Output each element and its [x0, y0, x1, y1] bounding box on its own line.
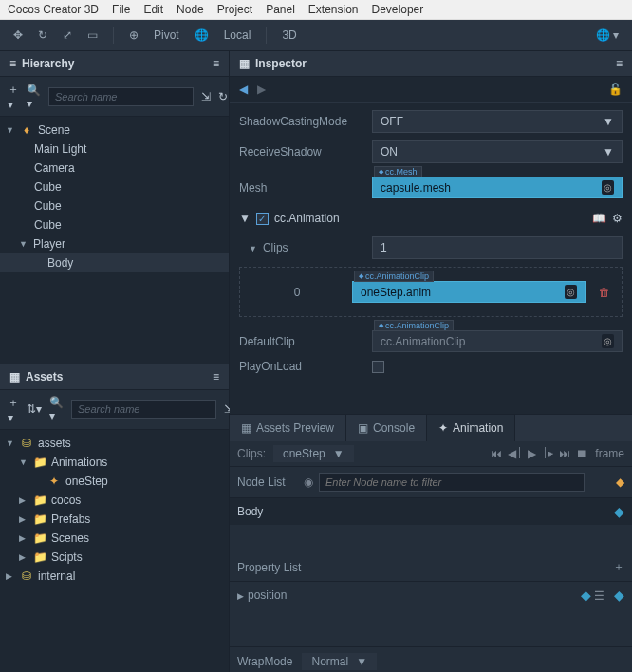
tree-label: internal — [38, 569, 75, 583]
pivot-icon[interactable]: ⊕ — [125, 25, 142, 46]
add-icon[interactable]: ＋▾ — [8, 395, 19, 424]
tab-console[interactable]: ▣Console — [346, 415, 427, 441]
sort-icon[interactable]: ⇅▾ — [27, 402, 42, 416]
node-filter-input[interactable] — [319, 473, 585, 492]
tree-label: Body — [47, 256, 73, 270]
chevron-down-icon: ▼ — [333, 447, 344, 460]
animation-icon: ✦ — [438, 421, 448, 435]
menu-icon[interactable]: ≡ — [213, 370, 219, 383]
target-icon[interactable]: ◎ — [602, 334, 614, 348]
tree-item-scene[interactable]: ▼♦Scene — [0, 121, 229, 140]
tree-item-folder[interactable]: ▼📁Animations — [0, 453, 229, 472]
tree-item[interactable]: Cube — [0, 215, 229, 234]
inspector-header: ▦Inspector ≡ — [230, 51, 632, 77]
tree-item[interactable]: Cube — [0, 177, 229, 196]
tree-item-body[interactable]: Body — [0, 253, 229, 272]
keyframe-icon[interactable]: ◆ — [614, 588, 624, 603]
menu-panel[interactable]: Panel — [266, 3, 295, 16]
gear-icon[interactable]: ⚙ — [612, 212, 623, 225]
target-icon[interactable]: ◎ — [602, 180, 614, 195]
nav-back-icon[interactable]: ◀ — [239, 83, 248, 96]
tree-item-player[interactable]: ▼Player — [0, 234, 229, 253]
move-tool-icon[interactable]: ✥ — [9, 25, 27, 46]
next-frame-icon[interactable]: ⏐▶ — [542, 447, 553, 460]
tree-item[interactable]: Cube — [0, 196, 229, 215]
tree-item-folder[interactable]: ▶📁Scenes — [0, 529, 229, 548]
keyframe-icon[interactable]: ◆ — [581, 588, 591, 603]
tree-item[interactable]: Main Light — [0, 140, 229, 159]
tree-label: Scenes — [51, 532, 89, 545]
clip-field[interactable]: oneStep.anim◎ — [352, 281, 586, 303]
component-header[interactable]: ▼ cc.Animation 📖 ⚙ — [239, 206, 623, 231]
play-on-load-checkbox[interactable] — [372, 361, 384, 373]
trash-icon[interactable]: 🗑 — [597, 284, 612, 301]
clip-name: oneStep — [283, 447, 325, 460]
mesh-field[interactable]: capsule.mesh◎ — [372, 177, 623, 198]
tab-animation[interactable]: ✦Animation — [427, 415, 515, 441]
menu-app[interactable]: Cocos Creator 3D — [8, 3, 99, 16]
menu-edit[interactable]: Edit — [143, 3, 163, 16]
hierarchy-header: ≡Hierarchy ≡ — [0, 51, 229, 77]
scale-tool-icon[interactable]: ⤢ — [59, 25, 76, 46]
tree-item-assets[interactable]: ▼⛁assets — [0, 434, 229, 453]
rewind-start-icon[interactable]: ⏮ — [491, 447, 502, 460]
tree-item-folder[interactable]: ▶📁Scipts — [0, 548, 229, 567]
default-clip-field[interactable]: cc.AnimationClip◎ — [372, 330, 623, 352]
frame-label: frame — [595, 447, 624, 460]
clips-count-input[interactable]: 1 — [372, 236, 623, 259]
menu-icon[interactable]: ≡ — [616, 57, 623, 70]
play-icon[interactable]: ▶ — [528, 447, 536, 460]
tree-item-folder[interactable]: ▶📁Prefabs — [0, 510, 229, 529]
tree-item-folder[interactable]: ▶📁cocos — [0, 491, 229, 510]
local-button[interactable]: Local — [220, 25, 255, 46]
view-3d-button[interactable]: 3D — [278, 25, 300, 46]
eye-icon[interactable]: ◉ — [304, 476, 313, 489]
tree-item[interactable]: Camera — [0, 159, 229, 177]
inspector-icon: ▦ — [239, 57, 250, 70]
rotate-tool-icon[interactable]: ↻ — [34, 25, 51, 46]
stop-icon[interactable]: ⏹ — [576, 447, 587, 460]
globe-icon[interactable]: 🌐 ▾ — [592, 25, 623, 46]
tab-preview[interactable]: ▦Assets Preview — [230, 415, 346, 441]
refresh-icon[interactable]: ↻ — [218, 90, 228, 103]
menu-file[interactable]: File — [112, 3, 130, 16]
wrapmode-dropdown[interactable]: Normal▼ — [302, 653, 377, 670]
pivot-button[interactable]: Pivot — [150, 25, 183, 46]
menu-icon[interactable]: ☰ — [594, 589, 604, 603]
property-position-row[interactable]: ▶position ◆ ☰ ◆ — [230, 582, 632, 608]
search-icon[interactable]: 🔍▾ — [27, 84, 41, 110]
menu-project[interactable]: Project — [217, 3, 252, 16]
tree-label: Prefabs — [51, 513, 90, 526]
local-icon[interactable]: 🌐 — [191, 25, 213, 46]
tree-item-internal[interactable]: ▶⛁internal — [0, 567, 229, 586]
tree-label: Cube — [34, 199, 62, 213]
menu-extension[interactable]: Extension — [308, 3, 359, 16]
book-icon[interactable]: 📖 — [592, 212, 606, 225]
add-icon[interactable]: ＋▾ — [8, 82, 19, 111]
menu-developer[interactable]: Developer — [372, 3, 424, 16]
target-icon[interactable]: ◎ — [565, 285, 577, 299]
prop-label: ShadowCastingMode — [239, 115, 372, 128]
shadow-casting-dropdown[interactable]: OFF▼ — [372, 110, 623, 133]
keyframe-icon[interactable]: ◆ — [614, 504, 624, 519]
collapse-icon[interactable]: ⇲ — [201, 90, 211, 103]
nav-fwd-icon[interactable]: ▶ — [257, 83, 266, 96]
hierarchy-search-input[interactable] — [48, 87, 194, 106]
assets-search-input[interactable] — [71, 400, 216, 419]
receive-shadow-dropdown[interactable]: ON▼ — [372, 140, 623, 163]
clip-dropdown[interactable]: oneStep▼ — [273, 445, 354, 462]
menu-icon[interactable]: ≡ — [213, 57, 219, 70]
playhead-icon[interactable]: ◆ — [616, 476, 624, 489]
menu-node[interactable]: Node — [177, 3, 204, 16]
rect-tool-icon[interactable]: ▭ — [84, 25, 102, 46]
search-icon[interactable]: 🔍▾ — [49, 396, 64, 422]
chevron-down-icon: ▼ — [239, 212, 251, 225]
rewind-end-icon[interactable]: ⏭ — [559, 447, 570, 460]
tree-item-anim[interactable]: ✦oneStep — [0, 472, 229, 491]
component-enable-checkbox[interactable] — [256, 213, 269, 225]
body-track[interactable]: Body ◆ — [230, 498, 632, 525]
prev-frame-icon[interactable]: ◀⏐ — [508, 447, 522, 460]
folder-icon: 📁 — [33, 494, 46, 507]
lock-icon[interactable]: 🔓 — [608, 83, 623, 96]
add-icon[interactable]: ＋ — [613, 559, 624, 575]
